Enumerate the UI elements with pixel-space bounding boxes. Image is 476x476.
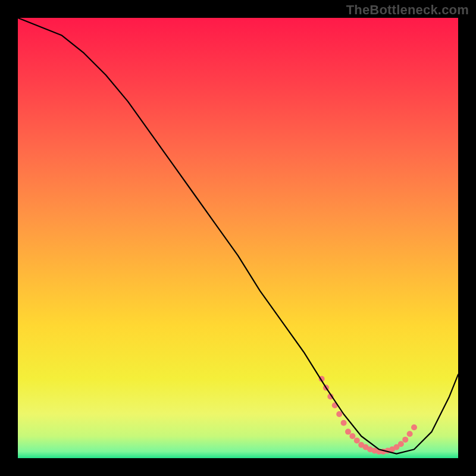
plot-background — [18, 18, 458, 458]
band-dot — [336, 411, 342, 417]
chart-frame: TheBottleneck.com — [0, 0, 476, 476]
band-dot — [402, 437, 408, 443]
band-dot — [398, 441, 404, 447]
band-dot — [345, 429, 351, 435]
band-dot — [354, 437, 360, 443]
watermark-text: TheBottleneck.com — [346, 2, 469, 18]
band-dot — [407, 431, 413, 437]
band-dot — [349, 433, 355, 439]
band-dot — [411, 424, 417, 430]
band-dot — [341, 420, 347, 426]
bottleneck-chart — [0, 0, 476, 476]
